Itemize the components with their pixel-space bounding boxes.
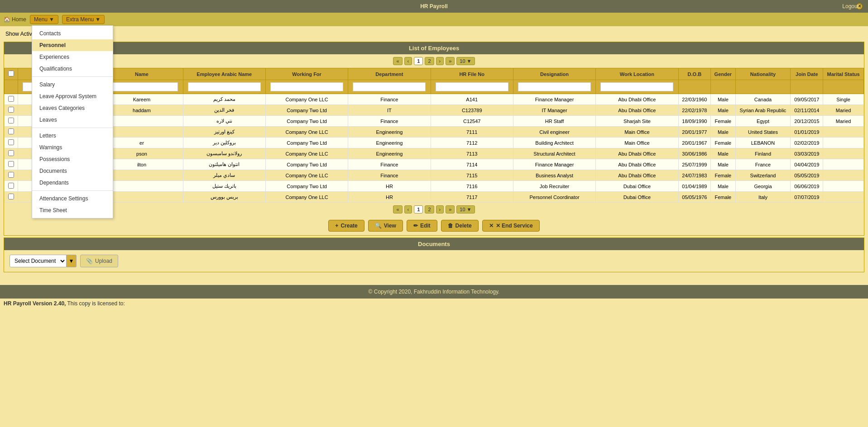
end-service-button[interactable]: ✕ ✕ End Service [482, 220, 540, 232]
cell-working-for: Company One LLC [265, 192, 348, 203]
bottom-last-page-btn[interactable]: » [446, 205, 455, 214]
home-link[interactable]: 🏠 Home [4, 16, 26, 23]
row-checkbox[interactable] [8, 183, 14, 189]
row-checkbox[interactable] [8, 194, 14, 199]
cell-join-date: 07/07/2019 [791, 192, 823, 203]
upload-button[interactable]: 📎 Upload [80, 255, 118, 267]
filter-work-loc-input[interactable] [600, 82, 673, 91]
bottom-page-1-btn[interactable]: 1 [414, 205, 423, 214]
table-row[interactable]: 7114 ilton انتوان هاميلتون Company Two L… [5, 159, 864, 170]
cell-marital: Maried [823, 105, 864, 116]
menu-item-possessions[interactable]: Possessions [32, 153, 113, 165]
row-checkbox[interactable] [8, 161, 14, 167]
filter-gender [711, 80, 735, 94]
cell-working-for: Company One LLC [265, 94, 348, 105]
cell-gender: Female [711, 170, 735, 181]
document-select-arrow[interactable]: ▼ [67, 255, 77, 267]
view-button[interactable]: 🔍 View [368, 220, 403, 232]
cell-join-date: 20/12/2015 [791, 116, 823, 127]
menu-item-qualifications[interactable]: Qualifications [32, 63, 113, 75]
menu-item-warnings[interactable]: Warnings [32, 142, 113, 153]
cell-gender: Male [711, 159, 735, 170]
filter-working-for [265, 80, 348, 94]
table-row[interactable]: 1003 haddam فخر الدين Company Two Ltd IT… [5, 105, 864, 116]
menu-item-experiences[interactable]: Experiences [32, 51, 113, 63]
row-checkbox[interactable] [8, 96, 14, 102]
cell-work-location: Dubai Office [596, 192, 678, 203]
filter-working-for-input[interactable] [270, 82, 343, 91]
row-checkbox-cell [5, 192, 18, 203]
cell-arabic-name: رولاندو سامبسون [183, 148, 265, 159]
cell-gender: Male [711, 127, 735, 138]
cell-work-location: Main Office [596, 127, 678, 138]
filter-dept-input[interactable] [353, 82, 426, 91]
bottom-first-page-btn[interactable]: « [393, 205, 402, 214]
row-checkbox[interactable] [8, 118, 14, 123]
table-row[interactable]: 1004 نتي لاره Company Two Ltd Finance C1… [5, 116, 864, 127]
menu-item-attendance[interactable]: Attendance Settings [32, 193, 113, 204]
cell-department: Engineering [348, 148, 431, 159]
cell-dob: 20/01/1967 [678, 138, 711, 148]
cell-working-for: Company Two Ltd [265, 181, 348, 192]
table-row[interactable]: 7116 باتريك ستيل Company Two Ltd HR 7116… [5, 181, 864, 192]
table-row[interactable]: 7117 بريس بوورس Company One LLC HR 7117 … [5, 192, 864, 203]
cell-join-date: 06/06/2019 [791, 181, 823, 192]
last-page-btn[interactable]: » [446, 57, 455, 65]
filter-hr-file [431, 80, 513, 94]
edit-button[interactable]: ✏ Edit [407, 220, 437, 232]
menu-item-letters[interactable]: Letters [32, 130, 113, 142]
first-page-btn[interactable]: « [393, 57, 402, 65]
row-checkbox[interactable] [8, 172, 14, 178]
page-2-btn[interactable]: 2 [425, 57, 434, 65]
row-checkbox-cell [5, 148, 18, 159]
row-checkbox-cell [5, 159, 18, 170]
row-checkbox[interactable] [8, 128, 14, 134]
bottom-page-2-btn[interactable]: 2 [425, 205, 434, 214]
next-page-btn[interactable]: › [436, 57, 444, 65]
row-checkbox[interactable] [8, 150, 14, 156]
bottom-per-page-btn[interactable]: 10 ▼ [456, 205, 475, 214]
document-select[interactable]: Select Document [10, 255, 67, 267]
create-button[interactable]: + Create [328, 220, 364, 232]
menu-item-contacts[interactable]: Contacts [32, 28, 113, 39]
bottom-prev-page-btn[interactable]: ‹ [404, 205, 412, 214]
table-row[interactable]: 7112 er بروكلين دير Company Two Ltd Engi… [5, 138, 864, 148]
row-checkbox[interactable] [8, 107, 14, 113]
menu-item-leave-approval[interactable]: Leave Approval System [32, 90, 113, 102]
page-1-btn[interactable]: 1 [414, 57, 423, 65]
table-row[interactable]: 7113 pson رولاندو سامبسون Company One LL… [5, 148, 864, 159]
menu-button[interactable]: Menu ▼ [30, 15, 58, 24]
table-row[interactable]: 7111 كينغ اورتيز Company One LLC Enginee… [5, 127, 864, 138]
menu-item-salary[interactable]: Salary [32, 79, 113, 90]
table-row[interactable]: 1001 Kareem محمد كريم Company One LLC Fi… [5, 94, 864, 105]
filter-designation-input[interactable] [518, 82, 591, 91]
logout-button[interactable]: Logout [842, 3, 859, 9]
delete-button[interactable]: 🗑 Delete [441, 220, 479, 232]
menu-item-dependants[interactable]: Dependants [32, 177, 113, 189]
document-select-wrapper: Select Document ▼ [10, 255, 77, 267]
cell-marital [823, 159, 864, 170]
col-checkbox [5, 68, 18, 80]
filter-arabic-input[interactable] [188, 82, 261, 91]
menu-item-leaves[interactable]: Leaves [32, 114, 113, 126]
per-page-btn[interactable]: 10 ▼ [456, 57, 475, 65]
extra-menu-button[interactable]: Extra Menu ▼ [62, 15, 105, 24]
table-row[interactable]: 7115 سادي ميلر Company One LLC Finance 7… [5, 170, 864, 181]
prev-page-btn[interactable]: ‹ [404, 57, 412, 65]
filter-work-loc [596, 80, 678, 94]
menu-item-timesheet[interactable]: Time Sheet [32, 204, 113, 216]
cell-designation: HR Staff [513, 116, 595, 127]
select-all-checkbox[interactable] [8, 71, 14, 76]
filter-name-input[interactable] [106, 82, 178, 91]
nav-bar: 🏠 Home Menu ▼ Extra Menu ▼ Contacts Pers… [0, 13, 868, 26]
cell-join-date: 01/01/2019 [791, 127, 823, 138]
cell-designation: Finance Manager [513, 159, 595, 170]
menu-item-personnel[interactable]: Personnel [32, 39, 113, 51]
row-checkbox[interactable] [8, 139, 14, 145]
bottom-next-page-btn[interactable]: › [436, 205, 444, 214]
cell-gender: Female [711, 138, 735, 148]
filter-hr-file-input[interactable] [436, 82, 508, 91]
menu-item-documents[interactable]: Documents [32, 165, 113, 177]
top-bar: HR Payroll ✕ Logout [0, 0, 868, 13]
menu-item-leaves-categories[interactable]: Leaves Categories [32, 102, 113, 114]
